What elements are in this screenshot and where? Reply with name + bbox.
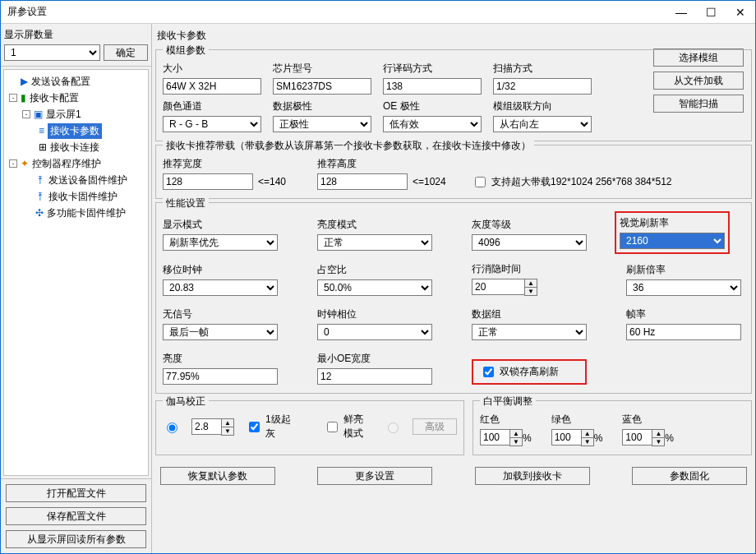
- collapse-icon[interactable]: -: [22, 110, 30, 118]
- duty-label: 占空比: [317, 263, 432, 277]
- disp-mode-select[interactable]: 刷新率优先: [163, 234, 278, 251]
- tree-display1[interactable]: - ▣ 显示屏1: [6, 106, 146, 122]
- gray-select[interactable]: 4096: [472, 234, 587, 251]
- gamma-radio[interactable]: [163, 420, 180, 433]
- spin-down[interactable]: ▼: [221, 427, 234, 436]
- collapse-icon[interactable]: -: [9, 94, 17, 102]
- tree-recv-fw[interactable]: ⭱ 接收卡固件维护: [6, 188, 146, 205]
- spin-up[interactable]: ▲: [221, 418, 234, 427]
- duty-select[interactable]: 50.0%: [317, 279, 432, 296]
- confirm-button[interactable]: 确定: [104, 44, 148, 61]
- upload-icon: ⭱: [35, 174, 45, 186]
- rec-h-label: 推荐高度: [317, 157, 432, 171]
- rec-w-field[interactable]: [163, 173, 253, 190]
- color-select[interactable]: R - G - B: [163, 116, 261, 132]
- spin-down[interactable]: ▼: [524, 287, 537, 296]
- display-count-select[interactable]: 1: [4, 44, 100, 61]
- refresh-mul-label: 刷新倍率: [626, 263, 741, 277]
- wb-b-label: 蓝色: [622, 413, 674, 427]
- grid-icon: ⊞: [39, 141, 47, 153]
- tree-send-fw[interactable]: ⭱ 发送设备固件维护: [6, 172, 146, 188]
- adv-radio[interactable]: [384, 420, 401, 433]
- recommended-load-group: 接收卡推荐带载（带载参数从该屏幕第一个接收卡参数获取，在接收卡连接中修改） 推荐…: [155, 145, 752, 199]
- clk-phase-label: 时钟相位: [317, 307, 432, 321]
- save-config-button[interactable]: 保存配置文件: [6, 507, 146, 525]
- chip-field: [273, 78, 371, 95]
- wb-g-label: 绿色: [551, 413, 603, 427]
- spin-up[interactable]: ▲: [581, 429, 594, 437]
- blank-label: 行消隐时间: [472, 262, 587, 276]
- gamma-legend: 伽马校正: [163, 395, 209, 409]
- gray-label: 灰度等级: [472, 218, 587, 232]
- upload-icon: ⭱: [35, 191, 45, 202]
- blank-field[interactable]: [472, 279, 524, 295]
- vrr-select[interactable]: 2160: [620, 233, 725, 249]
- disp-mode-label: 显示模式: [163, 218, 278, 232]
- spin-down[interactable]: ▼: [652, 437, 665, 446]
- config-tree[interactable]: ▶ 发送设备配置 - ▮ 接收卡配置 - ▣ 显示屏1 ≡ 接收卡参数: [3, 69, 149, 476]
- polarity-label: 数据极性: [273, 99, 371, 113]
- advanced-button: 高级: [413, 418, 457, 435]
- oe-select[interactable]: 低有效: [383, 116, 482, 132]
- frame-label: 帧率: [626, 307, 741, 321]
- tree-ctrl-maint[interactable]: - ✦ 控制器程序维护: [6, 155, 146, 172]
- spin-down[interactable]: ▼: [509, 437, 523, 446]
- rec-h-field[interactable]: [317, 173, 408, 190]
- maximize-button[interactable]: ☐: [696, 1, 726, 23]
- bright-mode-label: 亮度模式: [317, 218, 432, 232]
- spin-up[interactable]: ▲: [509, 429, 523, 437]
- solidify-button[interactable]: 参数固化: [632, 467, 747, 485]
- load-to-card-button[interactable]: 加载到接收卡: [475, 467, 590, 485]
- cascade-select[interactable]: 从右向左: [493, 116, 592, 132]
- min-oe-label: 最小OE宽度: [317, 352, 432, 366]
- rec-h-hint: <=1024: [413, 176, 446, 187]
- wb-r-field[interactable]: [480, 429, 509, 446]
- color-label: 颜色通道: [163, 99, 261, 113]
- shift-select[interactable]: 20.83: [163, 279, 278, 296]
- spin-up[interactable]: ▲: [524, 279, 537, 287]
- refresh-mul-select[interactable]: 36: [626, 279, 741, 296]
- polarity-select[interactable]: 正极性: [273, 116, 371, 132]
- perf-legend: 性能设置: [163, 196, 209, 210]
- spin-down[interactable]: ▼: [581, 437, 594, 446]
- more-settings-button[interactable]: 更多设置: [317, 467, 432, 485]
- wb-r-label: 红色: [480, 413, 532, 427]
- tree-send-config[interactable]: ▶ 发送设备配置: [6, 73, 146, 90]
- size-field: [163, 78, 261, 95]
- close-button[interactable]: ✕: [726, 1, 755, 23]
- frame-field: [626, 324, 741, 340]
- tree-multi-fw[interactable]: ✣ 多功能卡固件维护: [6, 205, 146, 221]
- nosig-select[interactable]: 最后一帧: [163, 324, 278, 340]
- wb-legend: 白平衡调整: [480, 395, 536, 409]
- shift-label: 移位时钟: [163, 263, 278, 277]
- window-title: 屏参设置: [7, 5, 666, 19]
- monitor-icon: ▣: [34, 108, 43, 120]
- data-group-label: 数据组: [472, 307, 587, 321]
- minimize-button[interactable]: —: [666, 1, 696, 23]
- tree-recv-conn[interactable]: ⊞ 接收卡连接: [6, 139, 146, 155]
- spin-up[interactable]: ▲: [652, 429, 665, 437]
- chip-label: 芯片型号: [273, 62, 371, 76]
- panel-title: 接收卡参数: [155, 25, 752, 46]
- readback-button[interactable]: 从显示屏回读所有参数: [6, 530, 146, 548]
- gamma-from1-checkbox[interactable]: 1级起灰: [246, 413, 291, 441]
- tree-recv-params[interactable]: ≡ 接收卡参数: [6, 122, 146, 139]
- collapse-icon[interactable]: -: [9, 159, 17, 168]
- params-icon: ≡: [39, 125, 44, 136]
- wb-group: 白平衡调整 红色 ▲▼% 绿色 ▲▼% 蓝色 ▲▼%: [472, 400, 752, 455]
- tree-recv-config[interactable]: - ▮ 接收卡配置: [6, 90, 146, 106]
- wb-b-field[interactable]: [622, 429, 652, 446]
- open-config-button[interactable]: 打开配置文件: [6, 484, 146, 502]
- big-load-checkbox[interactable]: 支持超大带载192*1024 256*768 384*512: [472, 174, 671, 190]
- wb-g-field[interactable]: [551, 429, 581, 446]
- data-group-select[interactable]: 正常: [472, 324, 587, 340]
- min-oe-field: [317, 368, 432, 385]
- card-icon: ▮: [21, 92, 26, 104]
- bright-mode-select[interactable]: 正常: [317, 234, 432, 251]
- dual-latch-checkbox[interactable]: 双锁存高刷新: [472, 359, 587, 385]
- gamma-value[interactable]: [191, 418, 221, 435]
- vivid-checkbox[interactable]: 鲜亮模式: [324, 413, 372, 441]
- clk-phase-select[interactable]: 0: [317, 324, 432, 340]
- restore-defaults-button[interactable]: 恢复默认参数: [160, 467, 275, 485]
- tool-icon: ✦: [21, 158, 29, 169]
